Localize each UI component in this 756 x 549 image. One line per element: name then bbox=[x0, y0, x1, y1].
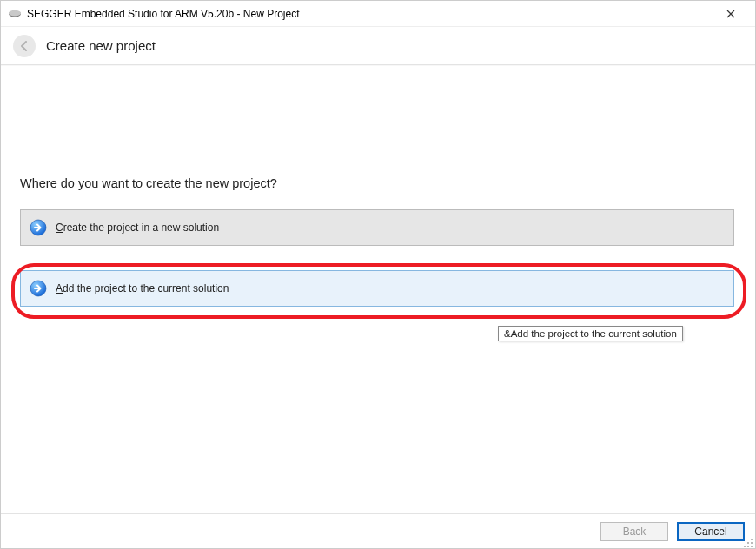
titlebar: SEGGER Embedded Studio for ARM V5.20b - … bbox=[1, 1, 755, 27]
option-new-solution-label: Create the project in a new solution bbox=[56, 222, 219, 234]
arrow-right-icon bbox=[30, 280, 47, 297]
cancel-button[interactable]: Cancel bbox=[677, 522, 745, 541]
app-icon bbox=[8, 7, 22, 21]
svg-point-9 bbox=[744, 546, 746, 547]
option-current-solution[interactable]: Add the project to the current solution bbox=[20, 270, 734, 307]
svg-point-7 bbox=[751, 546, 753, 547]
window-title: SEGGER Embedded Studio for ARM V5.20b - … bbox=[27, 8, 713, 20]
wizard-question: Where do you want to create the new proj… bbox=[20, 176, 736, 190]
svg-point-6 bbox=[747, 542, 749, 544]
wizard-content: Where do you want to create the new proj… bbox=[1, 65, 755, 307]
svg-point-1 bbox=[9, 10, 21, 16]
svg-point-5 bbox=[751, 542, 753, 544]
back-button: Back bbox=[600, 522, 668, 541]
wizard-footer: Back Cancel bbox=[1, 513, 755, 548]
svg-point-8 bbox=[747, 546, 749, 547]
option-tooltip: &Add the project to the current solution bbox=[498, 326, 683, 341]
window-close-button[interactable] bbox=[713, 1, 748, 27]
option-current-solution-label: Add the project to the current solution bbox=[56, 282, 229, 294]
back-icon bbox=[13, 35, 36, 57]
option-new-solution[interactable]: Create the project in a new solution bbox=[20, 209, 734, 246]
page-title: Create new project bbox=[46, 38, 156, 53]
arrow-right-icon bbox=[30, 219, 47, 236]
wizard-header: Create new project bbox=[1, 27, 755, 65]
svg-point-4 bbox=[751, 539, 753, 540]
resize-grip[interactable] bbox=[743, 536, 753, 546]
